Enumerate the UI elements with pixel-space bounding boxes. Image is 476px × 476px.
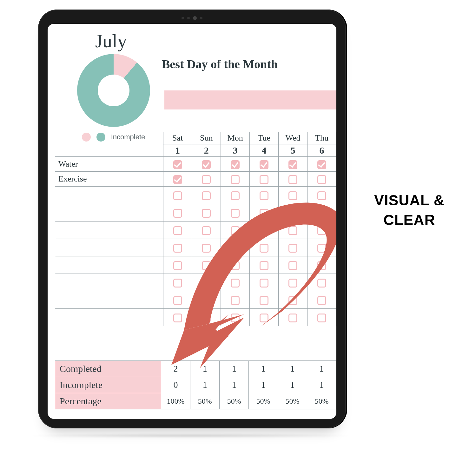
habit-cell[interactable] [221,204,250,221]
checkbox-unchecked-icon[interactable] [202,226,211,235]
checkbox-unchecked-icon[interactable] [288,261,297,270]
habit-label[interactable] [55,221,163,239]
checkbox-unchecked-icon[interactable] [260,209,268,218]
checkbox-unchecked-icon[interactable] [202,279,211,288]
checkbox-unchecked-icon[interactable] [288,296,297,305]
habit-label[interactable] [55,309,163,326]
habit-cell[interactable] [279,239,307,256]
habit-cell[interactable] [221,172,250,187]
habit-cell[interactable] [221,239,250,256]
checkbox-unchecked-icon[interactable] [317,261,326,270]
habit-label[interactable] [55,256,163,274]
habit-cell[interactable] [221,157,250,172]
habit-cell[interactable] [307,256,336,274]
checkbox-unchecked-icon[interactable] [173,279,182,288]
checkbox-unchecked-icon[interactable] [231,261,240,270]
habit-cell[interactable] [250,187,279,204]
habit-label[interactable] [55,204,163,221]
habit-cell[interactable] [307,157,336,172]
habit-cell[interactable] [279,172,307,187]
checkbox-checked-icon[interactable] [173,175,182,184]
checkbox-checked-icon[interactable] [317,160,326,169]
checkbox-unchecked-icon[interactable] [260,244,268,253]
habit-cell[interactable] [221,187,250,204]
checkbox-unchecked-icon[interactable] [173,261,182,270]
habit-cell[interactable] [192,187,221,204]
checkbox-unchecked-icon[interactable] [317,244,326,253]
habit-label[interactable] [55,187,163,204]
habit-cell[interactable] [307,291,336,309]
habit-cell[interactable] [192,172,221,187]
checkbox-unchecked-icon[interactable] [288,314,297,322]
habit-cell[interactable] [192,157,221,172]
checkbox-unchecked-icon[interactable] [288,279,297,288]
habit-cell[interactable] [163,221,192,239]
checkbox-unchecked-icon[interactable] [173,314,182,322]
checkbox-unchecked-icon[interactable] [288,226,297,235]
checkbox-unchecked-icon[interactable] [173,226,182,235]
habit-cell[interactable] [250,172,279,187]
checkbox-checked-icon[interactable] [260,160,268,169]
checkbox-unchecked-icon[interactable] [173,296,182,305]
habit-cell[interactable] [307,221,336,239]
habit-cell[interactable] [307,204,336,221]
habit-cell[interactable] [192,274,221,291]
habit-cell[interactable] [279,256,307,274]
checkbox-checked-icon[interactable] [173,160,182,169]
habit-cell[interactable] [163,172,192,187]
habit-cell[interactable] [250,274,279,291]
habit-cell[interactable] [163,187,192,204]
checkbox-unchecked-icon[interactable] [317,209,326,218]
habit-cell[interactable] [163,256,192,274]
habit-cell[interactable] [307,309,336,326]
checkbox-unchecked-icon[interactable] [231,296,240,305]
habit-cell[interactable] [192,309,221,326]
checkbox-unchecked-icon[interactable] [260,226,268,235]
habit-cell[interactable] [279,187,307,204]
checkbox-unchecked-icon[interactable] [231,209,240,218]
checkbox-unchecked-icon[interactable] [288,191,297,200]
checkbox-unchecked-icon[interactable] [202,244,211,253]
habit-cell[interactable] [307,239,336,256]
habit-cell[interactable] [250,291,279,309]
checkbox-unchecked-icon[interactable] [288,175,297,184]
habit-cell[interactable] [250,157,279,172]
checkbox-unchecked-icon[interactable] [231,226,240,235]
checkbox-unchecked-icon[interactable] [317,296,326,305]
checkbox-unchecked-icon[interactable] [317,314,326,322]
habit-cell[interactable] [279,157,307,172]
checkbox-unchecked-icon[interactable] [260,279,268,288]
habit-cell[interactable] [307,172,336,187]
checkbox-unchecked-icon[interactable] [202,296,211,305]
habit-cell[interactable] [307,187,336,204]
habit-cell[interactable] [279,221,307,239]
habit-cell[interactable] [250,221,279,239]
habit-label[interactable] [55,239,163,256]
checkbox-unchecked-icon[interactable] [202,209,211,218]
habit-cell[interactable] [221,274,250,291]
checkbox-unchecked-icon[interactable] [260,314,268,322]
checkbox-checked-icon[interactable] [288,160,297,169]
checkbox-unchecked-icon[interactable] [260,191,268,200]
checkbox-unchecked-icon[interactable] [260,175,268,184]
checkbox-unchecked-icon[interactable] [288,244,297,253]
habit-cell[interactable] [163,204,192,221]
habit-cell[interactable] [221,221,250,239]
habit-cell[interactable] [279,309,307,326]
habit-cell[interactable] [163,291,192,309]
checkbox-unchecked-icon[interactable] [317,191,326,200]
habit-cell[interactable] [250,239,279,256]
habit-cell[interactable] [192,221,221,239]
habit-cell[interactable] [192,239,221,256]
habit-cell[interactable] [279,274,307,291]
checkbox-unchecked-icon[interactable] [231,314,240,322]
checkbox-unchecked-icon[interactable] [231,191,240,200]
checkbox-unchecked-icon[interactable] [173,244,182,253]
checkbox-unchecked-icon[interactable] [231,279,240,288]
habit-label[interactable]: Water [55,157,163,172]
habit-cell[interactable] [163,309,192,326]
habit-label[interactable] [55,274,163,291]
checkbox-checked-icon[interactable] [231,160,240,169]
checkbox-unchecked-icon[interactable] [173,191,182,200]
habit-cell[interactable] [163,157,192,172]
